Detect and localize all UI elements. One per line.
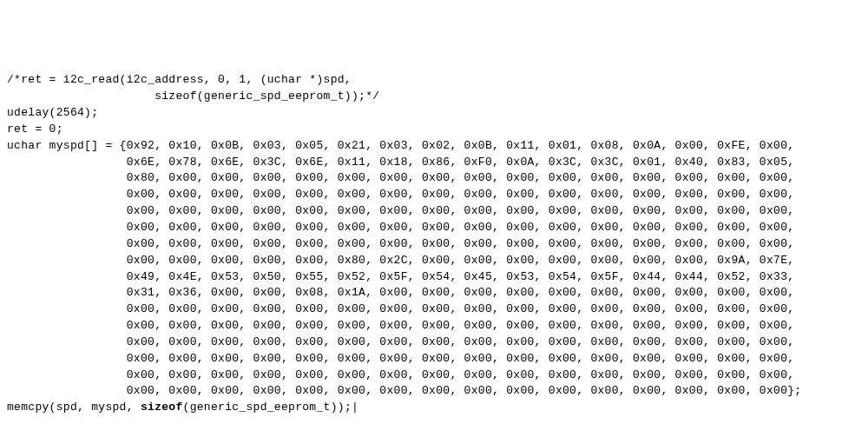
code-line-11: 0x00, 0x00, 0x00, 0x00, 0x00, 0x80, 0x2C… <box>7 253 861 269</box>
code-line-13: 0x31, 0x36, 0x00, 0x00, 0x08, 0x1A, 0x00… <box>7 285 861 302</box>
code-line-2: udelay(2564); <box>7 105 861 122</box>
memcpy-prefix: memcpy(spd, myspd, <box>7 401 141 414</box>
code-line-18: 0x00, 0x00, 0x00, 0x00, 0x00, 0x00, 0x00… <box>7 368 861 384</box>
code-line-7: 0x00, 0x00, 0x00, 0x00, 0x00, 0x00, 0x00… <box>7 187 861 203</box>
code-line-6: 0x80, 0x00, 0x00, 0x00, 0x00, 0x00, 0x00… <box>7 170 861 187</box>
code-line-4: uchar myspd[] = {0x92, 0x10, 0x0B, 0x03,… <box>7 138 861 155</box>
memcpy-suffix: (generic_spd_eeprom_t));| <box>183 401 359 414</box>
code-line-memcpy: memcpy(spd, myspd, sizeof(generic_spd_ee… <box>7 400 861 416</box>
code-line-3: ret = 0; <box>7 122 861 138</box>
sizeof-keyword: sizeof <box>141 401 183 414</box>
code-line-10: 0x00, 0x00, 0x00, 0x00, 0x00, 0x00, 0x00… <box>7 236 861 253</box>
code-line-14: 0x00, 0x00, 0x00, 0x00, 0x00, 0x00, 0x00… <box>7 302 861 318</box>
code-line-8: 0x00, 0x00, 0x00, 0x00, 0x00, 0x00, 0x00… <box>7 203 861 220</box>
code-line-9: 0x00, 0x00, 0x00, 0x00, 0x00, 0x00, 0x00… <box>7 220 861 236</box>
code-line-0: /*ret = i2c_read(i2c_address, 0, 1, (uch… <box>7 72 861 89</box>
code-line-1: sizeof(generic_spd_eeprom_t));*/ <box>7 89 861 105</box>
code-block: /*ret = i2c_read(i2c_address, 0, 1, (uch… <box>7 72 861 416</box>
code-line-15: 0x00, 0x00, 0x00, 0x00, 0x00, 0x00, 0x00… <box>7 318 861 335</box>
code-line-17: 0x00, 0x00, 0x00, 0x00, 0x00, 0x00, 0x00… <box>7 351 861 368</box>
code-line-5: 0x6E, 0x78, 0x6E, 0x3C, 0x6E, 0x11, 0x18… <box>7 155 861 171</box>
code-line-19: 0x00, 0x00, 0x00, 0x00, 0x00, 0x00, 0x00… <box>7 383 861 400</box>
code-line-16: 0x00, 0x00, 0x00, 0x00, 0x00, 0x00, 0x00… <box>7 335 861 351</box>
code-line-12: 0x49, 0x4E, 0x53, 0x50, 0x55, 0x52, 0x5F… <box>7 269 861 286</box>
